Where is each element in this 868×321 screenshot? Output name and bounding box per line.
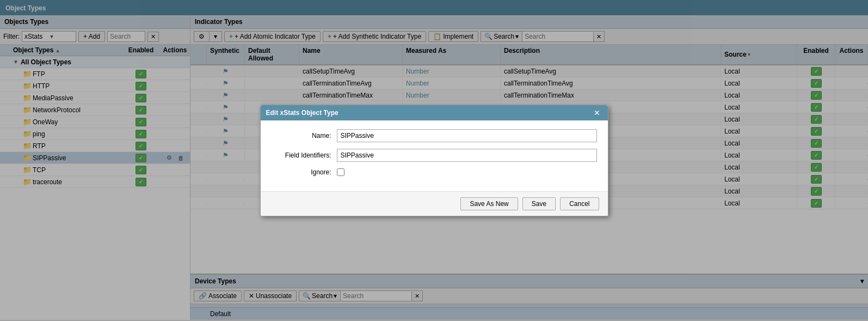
modal-close-button[interactable]: ✕ <box>592 108 602 117</box>
modal-body: Name: Field Identifiers: Ignore: <box>261 120 608 191</box>
name-label: Name: <box>272 132 337 140</box>
save-as-new-button[interactable]: Save As New <box>460 197 518 210</box>
edit-modal: Edit xStats Object Type ✕ Name: Field Id… <box>260 105 608 216</box>
modal-title-bar: Edit xStats Object Type ✕ <box>261 105 608 120</box>
modal-footer: Save As New Save Cancel <box>261 191 608 216</box>
cancel-button[interactable]: Cancel <box>560 197 599 210</box>
ignore-row: Ignore: <box>272 168 597 176</box>
save-button[interactable]: Save <box>522 197 556 210</box>
name-field[interactable] <box>337 129 597 142</box>
ignore-label: Ignore: <box>272 168 337 176</box>
name-row: Name: <box>272 129 597 142</box>
field-identifiers-label: Field Identifiers: <box>272 152 337 159</box>
field-identifiers-row: Field Identifiers: <box>272 149 597 162</box>
ignore-checkbox[interactable] <box>337 168 344 176</box>
modal-overlay: Edit xStats Object Type ✕ Name: Field Id… <box>0 0 868 320</box>
modal-title: Edit xStats Object Type <box>266 109 338 117</box>
field-identifiers-field[interactable] <box>337 149 597 162</box>
